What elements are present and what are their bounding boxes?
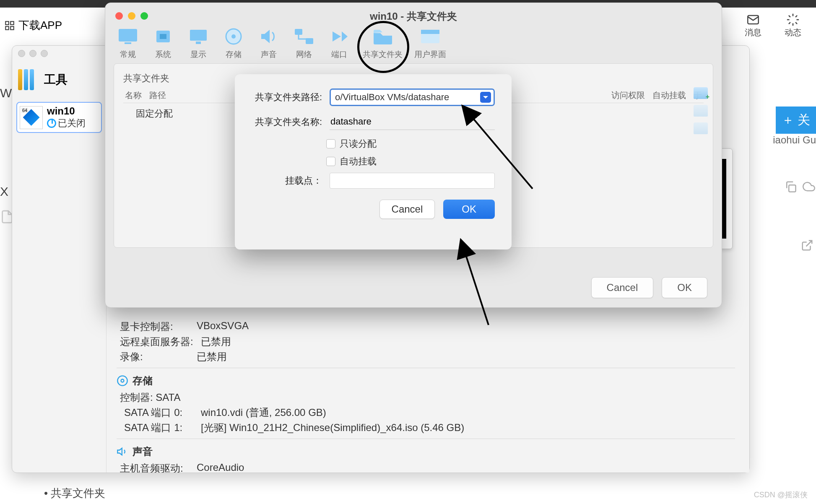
mount-label: 挂载点： [252,174,322,187]
rec-key: 录像: [120,350,189,364]
power-icon [47,119,56,128]
add-shared-folder-dialog: 共享文件夹路径: o/VirtualBox VMs/datashare 共享文件… [235,74,512,249]
svg-rect-12 [125,42,131,44]
tab-system-label: 系统 [155,49,171,60]
svg-rect-15 [190,30,207,41]
automount-label: 自动挂载 [340,155,377,168]
right-icon-row [784,180,815,193]
port-icon [327,27,351,46]
tab-storage[interactable]: 存储 [222,27,245,60]
port1-k: SATA 端口 1: [124,421,193,434]
watermark: CSDN @摇滚侠 [754,490,808,500]
rec-val: 已禁用 [197,350,227,364]
disk-icon [222,27,245,46]
svg-line-10 [806,241,812,247]
gpu-key: 显卡控制器: [120,320,189,333]
dialog-ok-button[interactable]: OK [443,200,495,219]
tab-shared-folders[interactable]: 共享文件夹 [363,27,403,60]
grid-icon [4,20,15,31]
message-label: 消息 [745,27,761,38]
tab-ports[interactable]: 端口 [327,27,351,60]
port0-k: SATA 端口 0: [124,406,193,419]
audio-v: CoreAudio [197,462,244,473]
settings-ok-button[interactable]: OK [662,277,707,298]
bg-letter-x: X [0,184,8,199]
trend-label: 动态 [785,27,801,38]
close-icon[interactable] [18,50,25,57]
audio-k: 主机音频驱动: [120,462,189,473]
svg-point-6 [117,376,127,385]
svg-rect-3 [10,26,14,30]
tab-shared-folders-label: 共享文件夹 [363,49,403,60]
tab-display[interactable]: 显示 [187,27,210,60]
folder-path-value: o/VirtualBox VMs/datashare [335,92,449,103]
cloud-icon[interactable] [803,180,815,193]
name-label: 共享文件夹名称: [252,116,322,128]
tab-network[interactable]: 网络 [292,27,316,60]
path-label: 共享文件夹路径: [252,91,322,104]
col-name: 名称 [125,90,142,101]
mgr-traffic-lights[interactable] [18,50,48,57]
minimize-icon[interactable] [29,50,36,57]
svg-rect-16 [196,42,201,44]
external-link-icon[interactable] [801,239,813,253]
tab-storage-label: 存储 [226,49,242,60]
svg-rect-2 [5,26,9,30]
storage-hdr: 存储 [133,374,153,387]
readonly-label: 只读分配 [340,138,377,150]
automount-checkbox[interactable] [326,157,335,166]
mount-point-input[interactable] [330,173,495,189]
add-folder-button[interactable] [694,87,708,99]
trend-icon[interactable]: 动态 [785,13,801,38]
ui-icon [418,27,442,46]
tab-network-label: 网络 [296,49,312,60]
folder-path-dropdown[interactable]: o/VirtualBox VMs/datashare [330,88,495,106]
storage-icon [117,375,128,387]
download-app-link[interactable]: 下载APP [18,18,62,33]
port0-v: win10.vdi (普通, 256.00 GB) [201,406,326,419]
chevron-down-icon[interactable] [480,92,491,103]
settings-title: win10 - 共享文件夹 [105,10,722,23]
settings-button-row: Cancel OK [591,277,707,298]
svg-rect-9 [789,185,795,192]
settings-cancel-button[interactable]: Cancel [591,277,654,298]
edit-folder-button[interactable] [694,105,708,117]
mgr-sidebar: 工具 win10 已关闭 [12,61,107,473]
col-path: 路径 [149,90,166,101]
tab-audio-label: 声音 [261,49,277,60]
audio-hdr: 声音 [133,445,153,458]
vm-item-win10[interactable]: win10 已关闭 [16,102,102,133]
tools-header[interactable]: 工具 [12,61,106,99]
message-icon[interactable]: 消息 [745,13,761,38]
copy-icon[interactable] [784,180,797,193]
follow-button[interactable]: ＋ 关 [776,107,816,134]
rdp-val: 已禁用 [201,335,231,348]
vm-os-icon [20,106,43,129]
remove-folder-button[interactable] [694,122,708,134]
vm-state: 已关闭 [47,117,86,130]
col-automount: 自动挂载 [652,90,686,101]
svg-rect-1 [10,21,14,25]
bullet-shared-folders: 共享文件夹 [44,486,105,501]
tab-general[interactable]: 常规 [116,27,140,60]
svg-rect-14 [160,34,166,39]
col-access: 访问权限 [611,90,645,101]
display-icon [187,27,210,46]
svg-rect-19 [295,29,302,35]
port1-v: [光驱] Win10_21H2_Chinese(Simplified)_x64.… [201,421,464,434]
svg-marker-8 [117,448,122,455]
dialog-cancel-button[interactable]: Cancel [379,200,435,219]
tab-ui[interactable]: 用户界面 [414,27,446,60]
tab-general-label: 常规 [120,49,136,60]
readonly-checkbox[interactable] [326,139,335,148]
ctrl-label: 控制器: SATA [120,391,180,404]
rdp-key: 远程桌面服务器: [120,335,193,348]
audio-icon [117,446,128,457]
folder-action-buttons [694,87,708,134]
svg-point-18 [231,34,236,39]
tab-audio[interactable]: 声音 [257,27,281,60]
monitor-icon [116,27,140,46]
folder-name-input[interactable] [330,114,495,130]
tab-system[interactable]: 系统 [151,27,175,60]
zoom-icon[interactable] [41,50,48,57]
